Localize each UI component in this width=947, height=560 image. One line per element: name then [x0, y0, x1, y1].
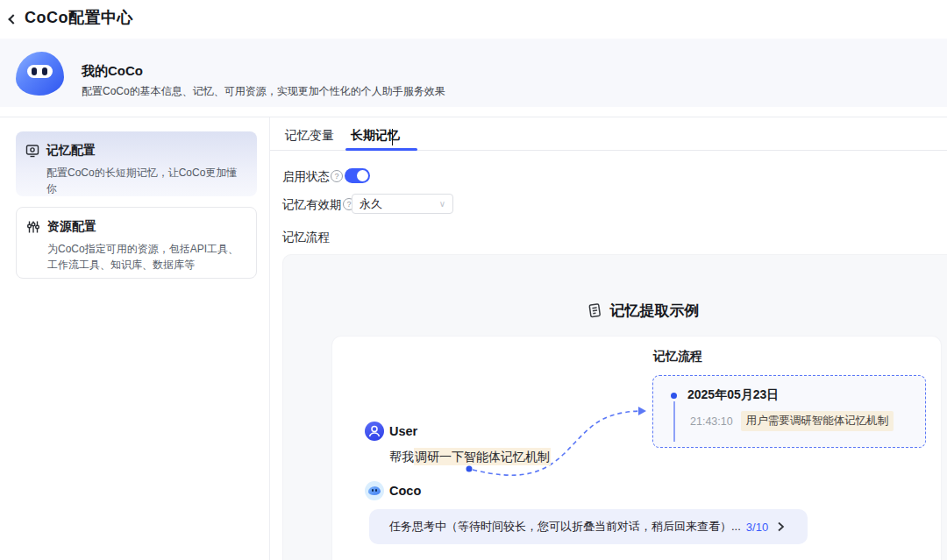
memory-date: 2025年05月23日	[687, 387, 779, 403]
user-label: User	[389, 424, 417, 438]
coco-config-page: CoCo配置中心 我的CoCo 配置CoCo的基本信息、记忆、可用资源，实现更加…	[0, 0, 947, 560]
user-avatar	[365, 422, 384, 441]
sidebar-item-description: 为CoCo指定可用的资源，包括API工具、工作流工具、知识库、数据库等	[47, 241, 244, 273]
coco-label: Coco	[389, 484, 421, 498]
note-icon	[587, 302, 602, 319]
back-chevron-icon	[8, 14, 18, 24]
memory-content-chip: 用户需要调研智能体记忆机制	[741, 411, 894, 431]
toggle-knob	[357, 170, 368, 181]
memory-example-panel: 记忆提取示例 记忆流程 2025年05月23日 21:43:10 用户需要调研智…	[282, 254, 947, 560]
banner-title: 我的CoCo	[82, 63, 143, 80]
text-cursor	[392, 129, 393, 145]
timeline-line	[673, 401, 675, 442]
example-heading-row: 记忆提取示例	[283, 301, 947, 323]
chevron-down-icon: ∨	[439, 199, 445, 209]
agent-banner: 我的CoCo 配置CoCo的基本信息、记忆、可用资源，实现更加个性化的个人助手服…	[0, 39, 947, 107]
sidebar-divider	[269, 117, 270, 560]
sidebar-item-resource-config[interactable]: 资源配置 为CoCo指定可用的资源，包括API工具、工作流工具、知识库、数据库等	[16, 207, 257, 279]
memory-record-box: 2025年05月23日 21:43:10 用户需要调研智能体记忆机制	[652, 375, 926, 448]
card-flow-label: 记忆流程	[653, 349, 702, 365]
coco-avatar-logo	[16, 52, 64, 96]
memory-monitor-icon	[25, 144, 39, 158]
tab-memory-variables[interactable]: 记忆变量	[285, 128, 334, 144]
page-title: CoCo配置中心	[25, 7, 133, 28]
user-message-prefix: 帮我	[389, 450, 414, 464]
banner-divider	[0, 117, 947, 117]
user-message: 帮我调研一下智能体记忆机制	[389, 448, 551, 465]
example-card: 记忆流程 2025年05月23日 21:43:10 用户需要调研智能体记忆机制 …	[332, 337, 941, 560]
validity-selected-value: 永久	[360, 196, 439, 212]
enable-help-icon[interactable]: ?	[331, 170, 343, 182]
user-message-highlight: 调研一下智能体记忆机制	[414, 448, 551, 465]
status-progress-count: 3/10	[746, 521, 768, 534]
banner-description: 配置CoCo的基本信息、记忆、可用资源，实现更加个性化的个人助手服务效果	[82, 84, 445, 99]
status-text: 任务思考中（等待时间较长，您可以折叠当前对话，稍后回来查看）...	[389, 519, 741, 535]
active-tab-underline	[345, 148, 417, 151]
coco-face-icon	[368, 486, 381, 495]
coco-avatar	[365, 481, 384, 500]
validity-select[interactable]: 永久 ∨	[352, 194, 453, 214]
validity-label: 记忆有效期	[282, 197, 342, 213]
sidebar-item-title: 资源配置	[47, 219, 96, 235]
back-button[interactable]	[5, 11, 23, 28]
timeline-dot	[671, 393, 677, 399]
task-thinking-status[interactable]: 任务思考中（等待时间较长，您可以折叠当前对话，稍后回来查看）... 3/10	[369, 509, 808, 544]
sliders-icon	[26, 220, 40, 234]
example-heading: 记忆提取示例	[610, 301, 700, 321]
enable-status-label: 启用状态	[282, 169, 330, 185]
person-icon	[365, 422, 384, 441]
sidebar-item-description: 配置CoCo的长短期记忆，让CoCo更加懂你	[46, 165, 245, 196]
sidebar-item-memory-config[interactable]: 记忆配置 配置CoCo的长短期记忆，让CoCo更加懂你	[16, 131, 257, 196]
enable-toggle[interactable]	[345, 168, 370, 183]
chevron-right-icon	[777, 521, 785, 532]
memory-time: 21:43:10	[690, 415, 733, 428]
sidebar-item-title: 记忆配置	[46, 143, 96, 159]
memory-flow-label: 记忆流程	[282, 230, 330, 245]
coco-logo-eyes	[27, 65, 53, 78]
